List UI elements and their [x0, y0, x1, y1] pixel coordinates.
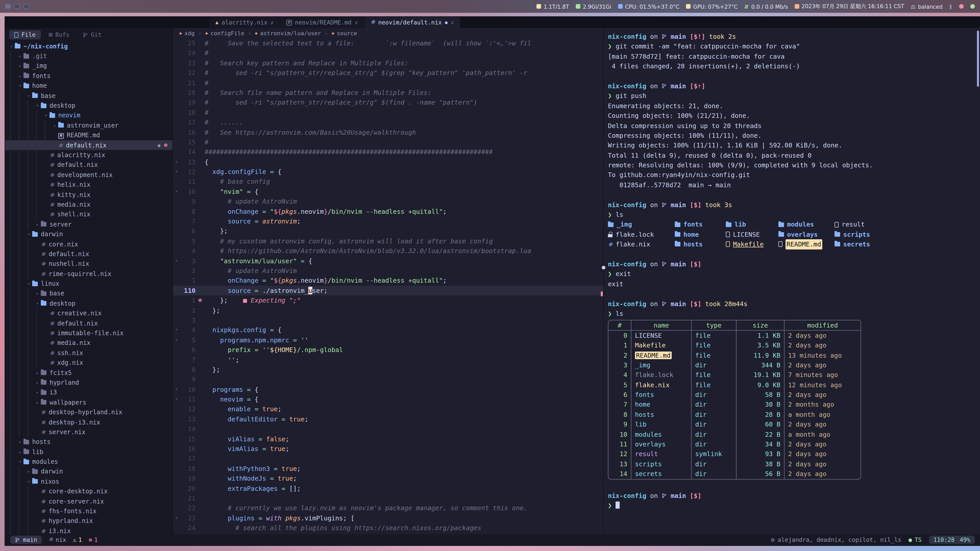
tree-item-helix.nix[interactable]: helix.nix: [5, 180, 172, 190]
git-branch-indicator[interactable]: main: [10, 536, 41, 544]
tree-item-modules[interactable]: ▾modules: [5, 457, 172, 467]
chevron-down-icon[interactable]: ▾: [43, 113, 49, 118]
chevron-right-icon[interactable]: ▸: [17, 449, 24, 454]
tree-item-hyprland[interactable]: ▸hyprland: [5, 378, 172, 388]
tree-item-media.nix[interactable]: media.nix: [5, 200, 172, 210]
tree-item-immutable-file.nix[interactable]: immutable-file.nix: [5, 328, 172, 338]
tree-item-fhs-fonts.nix[interactable]: fhs-fonts.nix: [5, 507, 172, 516]
tree-item-hosts[interactable]: ▸hosts: [5, 437, 172, 447]
breadcrumb-item[interactable]: ◈ source: [331, 30, 357, 37]
tree-item-default.nix[interactable]: default.nix●⊗: [5, 140, 172, 150]
close-icon[interactable]: ✗: [270, 20, 274, 25]
tree-item-creative.nix[interactable]: creative.nix: [5, 308, 172, 318]
tree-tab-bufs[interactable]: Bufs: [44, 30, 75, 39]
tab-neovim-readme[interactable]: neovim/README.md ✗: [280, 17, 364, 28]
tree-item-linux[interactable]: ▾linux: [5, 279, 172, 289]
chevron-down-icon[interactable]: ▾: [8, 44, 15, 49]
tree-item-server.nix[interactable]: server.nix: [5, 427, 172, 437]
chevron-down-icon[interactable]: ▾: [25, 281, 32, 286]
code-area[interactable]: 25# Save the selected text to a file: `:…: [173, 38, 603, 534]
tree-item-home[interactable]: ▾home: [5, 81, 172, 91]
tree-item-nushell.nix[interactable]: nushell.nix: [5, 259, 172, 269]
breadcrumb-item[interactable]: ◈ xdg: [179, 30, 195, 37]
fold-icon[interactable]: ▾: [173, 335, 180, 345]
tab-neovim-default-nix[interactable]: neovim/default.nix ● ✗: [364, 17, 460, 28]
chevron-right-icon[interactable]: ▸: [34, 370, 41, 375]
diagnostics-errors[interactable]: ⊗ 1: [89, 536, 98, 543]
chevron-right-icon[interactable]: ▸: [17, 54, 24, 59]
tree-item-darwin[interactable]: ▾darwin: [5, 229, 172, 239]
tray-status-icon[interactable]: [970, 4, 975, 9]
chevron-down-icon[interactable]: ▾: [17, 459, 24, 464]
tree-item-desktop[interactable]: ▾desktop: [5, 101, 172, 111]
chevron-right-icon[interactable]: ▸: [34, 380, 41, 385]
chevron-down-icon[interactable]: ▾: [25, 232, 32, 237]
fold-icon[interactable]: ▾: [173, 167, 180, 177]
tree-item-README.md[interactable]: README.md: [5, 130, 172, 140]
chevron-down-icon[interactable]: ▾: [25, 479, 32, 484]
tree-item-desktop-hyprland.nix[interactable]: desktop-hyprland.nix: [5, 407, 172, 417]
fold-icon[interactable]: ▾: [173, 187, 180, 197]
tree-item-default.nix[interactable]: default.nix: [5, 160, 172, 170]
tab-alacritty-nix[interactable]: alacritty.nix ✗: [209, 17, 280, 28]
diagnostics-warnings[interactable]: ⚠ 1: [73, 536, 82, 543]
fold-icon[interactable]: ▾: [173, 394, 180, 404]
tree-item-base[interactable]: ▾base: [5, 91, 172, 101]
chevron-right-icon[interactable]: ▸: [34, 400, 41, 405]
tree-item-lib[interactable]: ▸lib: [5, 447, 172, 457]
tree-item-media.nix[interactable]: media.nix: [5, 338, 172, 348]
workspace-button-2[interactable]: [14, 4, 20, 9]
tree-item-~/nix-config[interactable]: ▾~/nix-config: [5, 41, 172, 51]
tree-item-kitty.nix[interactable]: kitty.nix: [5, 190, 172, 200]
close-icon[interactable]: ✗: [451, 20, 454, 25]
tree-tab-git[interactable]: Git: [78, 30, 107, 39]
terminal-scrollbar[interactable]: [977, 30, 979, 87]
tree-item-ssh.nix[interactable]: ssh.nix: [5, 348, 172, 358]
tree-item-_img[interactable]: ▸_img: [5, 61, 172, 71]
tree-item-xdg.nix[interactable]: xdg.nix: [5, 358, 172, 368]
tree-item-alacritty.nix[interactable]: alacritty.nix: [5, 150, 172, 160]
chevron-right-icon[interactable]: ▸: [52, 123, 58, 128]
tree-tab-file[interactable]: File: [9, 30, 41, 39]
chevron-right-icon[interactable]: ▸: [34, 291, 41, 296]
tree-item-hyprland.nix[interactable]: hyprland.nix: [5, 516, 172, 526]
close-icon[interactable]: ✗: [355, 20, 358, 25]
tree-item-desktop[interactable]: ▾desktop: [5, 299, 172, 308]
editor-pane[interactable]: ◈ xdg › ◈ configFile › ◈ astronvim/lua/u…: [173, 28, 603, 534]
tree-item-shell.nix[interactable]: shell.nix: [5, 210, 172, 219]
terminal-content[interactable]: nix-config on main [$!] took 2s❯ git com…: [604, 28, 980, 511]
tree-item-wallpapers[interactable]: ▸wallpapers: [5, 397, 172, 407]
chevron-right-icon[interactable]: ▸: [25, 469, 32, 474]
workspace-button-1[interactable]: [5, 4, 11, 9]
bluetooth-icon[interactable]: ᛒ: [949, 3, 953, 10]
workspace-button-3[interactable]: [24, 4, 29, 9]
tree-item-core-server.nix[interactable]: core-server.nix: [5, 496, 172, 507]
tree-item-darwin[interactable]: ▸darwin: [5, 467, 172, 477]
terminal-pane[interactable]: nix-config on main [$!] took 2s❯ git com…: [603, 28, 980, 534]
tree-item-default.nix[interactable]: default.nix: [5, 318, 172, 328]
tree-item-astronvim_user[interactable]: ▸astronvim_user: [5, 121, 172, 130]
chevron-down-icon[interactable]: ▾: [34, 301, 41, 306]
chevron-down-icon[interactable]: ▾: [17, 83, 24, 89]
tree-item-.git[interactable]: ▸.git: [5, 51, 172, 61]
fold-icon[interactable]: ▾: [173, 513, 180, 523]
tree-item-core-desktop.nix[interactable]: core-desktop.nix: [5, 486, 172, 496]
tree-item-server[interactable]: ▸server: [5, 219, 172, 229]
file-tree-list[interactable]: ▾~/nix-config▸.git▸_img▸fonts▾home▾base▾…: [5, 41, 172, 534]
tree-item-rime-squirrel.nix[interactable]: rime-squirrel.nix: [5, 269, 172, 279]
fold-icon[interactable]: ▾: [173, 384, 180, 394]
breadcrumb-item[interactable]: ◈ astronvim/lua/user: [255, 30, 321, 37]
tree-item-fcitx5[interactable]: ▸fcitx5: [5, 368, 172, 378]
fold-icon[interactable]: ▾: [173, 325, 180, 335]
chevron-right-icon[interactable]: ▸: [17, 73, 24, 79]
chevron-right-icon[interactable]: ▸: [34, 222, 41, 227]
tree-item-base[interactable]: ▸base: [5, 289, 172, 299]
fold-icon[interactable]: ▾: [173, 256, 180, 266]
tree-item-default.nix[interactable]: default.nix: [5, 249, 172, 259]
tree-item-i3[interactable]: ▸i3: [5, 387, 172, 397]
chevron-right-icon[interactable]: ▸: [17, 64, 24, 68]
tree-item-i3.nix[interactable]: i3.nix: [5, 526, 172, 534]
chevron-right-icon[interactable]: ▸: [17, 440, 24, 445]
tray-record-icon[interactable]: [959, 4, 964, 9]
breadcrumb-item[interactable]: ◈ configFile: [205, 30, 244, 37]
